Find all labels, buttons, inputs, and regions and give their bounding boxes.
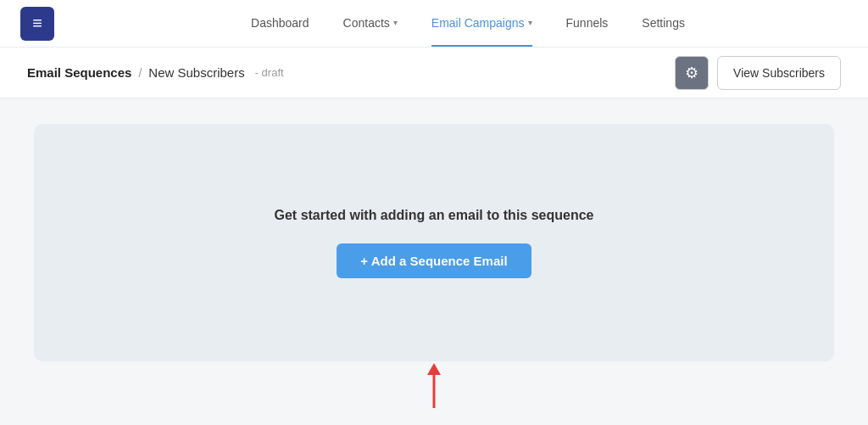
nav-label-settings: Settings [642, 16, 685, 30]
breadcrumb: Email Sequences / New Subscribers - draf… [27, 65, 284, 80]
nav-item-contacts[interactable]: Contacts ▾ [343, 1, 398, 47]
sequence-empty-card: Get started with adding an email to this… [34, 124, 834, 361]
add-sequence-email-button[interactable]: + Add a Sequence Email [337, 243, 531, 278]
arrow-annotation [417, 355, 451, 412]
breadcrumb-status: - draft [255, 66, 284, 79]
nav-item-funnels[interactable]: Funnels [566, 1, 609, 47]
breadcrumb-parent[interactable]: Email Sequences [27, 65, 131, 80]
red-arrow-icon [417, 361, 451, 412]
nav-label-funnels: Funnels [566, 16, 609, 30]
nav-item-dashboard[interactable]: Dashboard [251, 1, 309, 47]
breadcrumb-current: New Subscribers [148, 65, 244, 80]
breadcrumb-separator: / [138, 66, 142, 80]
view-subscribers-button[interactable]: View Subscribers [717, 56, 841, 90]
nav-label-contacts: Contacts [343, 16, 390, 30]
chevron-down-icon: ▾ [528, 18, 532, 27]
gear-icon: ⚙ [685, 64, 698, 82]
settings-button[interactable]: ⚙ [675, 56, 709, 90]
nav-item-settings[interactable]: Settings [642, 1, 685, 47]
nav-label-dashboard: Dashboard [251, 16, 309, 30]
nav-links: Dashboard Contacts ▾ Email Campaigns ▾ F… [88, 1, 848, 47]
nav-label-email-campaigns: Email Campaigns [431, 16, 525, 30]
subheader-actions: ⚙ View Subscribers [675, 56, 841, 90]
empty-state-text: Get started with adding an email to this… [275, 208, 594, 223]
main-content: Get started with adding an email to this… [0, 98, 868, 425]
nav-item-email-campaigns[interactable]: Email Campaigns ▾ [431, 1, 532, 47]
logo[interactable]: ≡ [20, 7, 54, 41]
chevron-down-icon: ▾ [393, 18, 398, 27]
subheader: Email Sequences / New Subscribers - draf… [0, 48, 868, 98]
svg-marker-1 [427, 363, 441, 375]
logo-icon: ≡ [32, 14, 42, 33]
navbar: ≡ Dashboard Contacts ▾ Email Campaigns ▾… [0, 0, 868, 48]
